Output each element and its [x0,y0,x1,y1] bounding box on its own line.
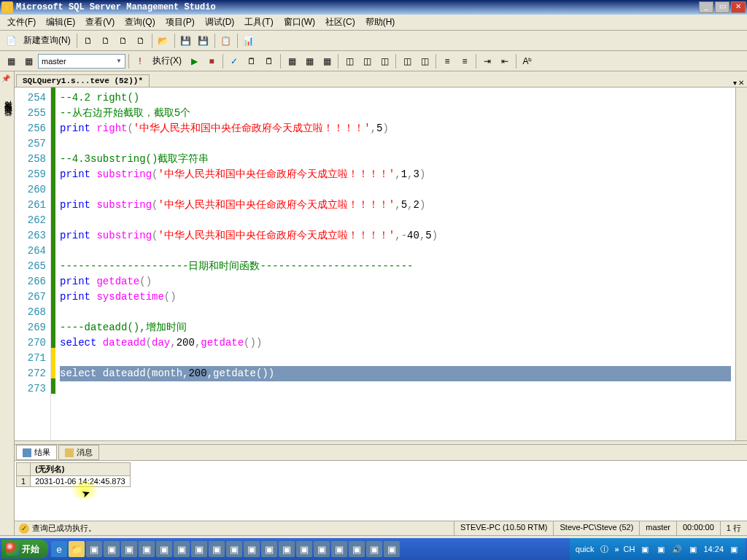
code-body[interactable]: --4.2 right()--从右边开始截取，截取5个print right('… [55,88,735,440]
execute-icon[interactable]: ! [132,53,148,69]
outdent-icon[interactable]: ⇤ [497,53,513,69]
menu-query[interactable]: 查询(Q) [120,15,159,30]
open-icon[interactable]: 📂 [155,33,171,49]
tb-icon[interactable]: Aᵇ [519,53,535,69]
code-editor[interactable]: 2542552562572582592602612622632642652662… [15,88,747,440]
start-button[interactable]: 开始 [1,540,48,559]
close-button[interactable]: ✕ [731,1,746,13]
sidebar-object-explorer[interactable]: 📌 对象资源管理器 [0,71,15,535]
minimize-button[interactable]: _ [699,1,713,13]
taskbar-app-icon[interactable]: ▣ [331,541,347,557]
execute-button[interactable]: 执行(X) [150,53,185,69]
tb-icon[interactable]: 🗋 [98,33,114,49]
menu-help[interactable]: 帮助(H) [361,15,400,30]
taskbar-app-icon[interactable]: ▣ [384,541,400,557]
tb-icon[interactable]: 🗋 [80,33,96,49]
taskbar-app-icon[interactable]: ▣ [366,541,382,557]
taskbar-app-icon[interactable]: ▣ [86,541,102,557]
taskbar-explorer-icon[interactable]: 📁 [69,541,85,557]
pin-icon[interactable]: 📌 [1,74,12,82]
taskbar-app-icon[interactable]: ▣ [349,541,365,557]
separator [237,34,238,48]
tb-icon[interactable]: 📋 [218,33,234,49]
taskbar-app-icon[interactable]: ▣ [121,541,137,557]
start-orb-icon [6,542,19,556]
new-query-icon[interactable]: 📄 [3,33,19,49]
debug-icon[interactable]: ▶ [186,53,202,69]
menu-file[interactable]: 文件(F) [3,15,40,30]
status-login: Steve-PC\Steve (52) [553,521,639,535]
parse-icon[interactable]: ✓ [226,53,242,69]
taskbar-ie-icon[interactable]: e [51,541,67,557]
tray-icon[interactable]: ▣ [728,543,740,555]
restore-button[interactable]: ▭ [715,1,729,13]
tray-ime[interactable]: CH [624,545,635,553]
taskbar-app-icon[interactable]: ▣ [104,541,120,557]
new-query-button[interactable]: 新建查询(N) [20,33,74,48]
database-combo-value: master [42,57,66,66]
taskbar-app-icon[interactable]: ▣ [314,541,330,557]
menu-community[interactable]: 社区(C) [321,15,360,30]
tb-icon[interactable]: 🗋 [133,33,149,49]
comment-icon[interactable]: ≡ [439,53,455,69]
row-header[interactable]: 1 [17,476,31,487]
menu-project[interactable]: 项目(P) [161,15,199,30]
tray-icon[interactable]: ▣ [655,543,667,555]
tray-icon[interactable]: ▣ [687,543,699,555]
tb-icon[interactable]: ◫ [376,53,392,69]
tray-arrow-icon[interactable]: » [614,545,619,553]
tray-icon[interactable]: Ⓘ [598,543,610,555]
tab-results[interactable]: 结果 [16,445,57,460]
indent-icon[interactable]: ⇥ [479,53,495,69]
tb-icon[interactable]: ◫ [341,53,357,69]
tb-icon[interactable]: ◫ [399,53,415,69]
tab-menu-icon[interactable]: ▾ [733,79,737,87]
menu-debug[interactable]: 调试(D) [201,15,239,30]
tab-messages[interactable]: 消息 [58,445,99,460]
vertical-scrollbar[interactable] [735,88,747,440]
taskbar-app-icon[interactable]: ▣ [156,541,172,557]
menu-tools[interactable]: 工具(T) [240,15,277,30]
tb-icon[interactable]: 🗒 [244,53,260,69]
result-cell[interactable]: 2031-01-06 14:24:45.873 [31,476,131,487]
tb-icon[interactable]: ◫ [417,53,433,69]
corner-cell[interactable] [17,463,31,476]
column-header[interactable]: (无列名) [31,463,131,476]
tray-quick[interactable]: quick [576,545,595,553]
taskbar-app-icon[interactable]: ▣ [191,541,207,557]
save-icon[interactable]: 💾 [178,33,194,49]
tray-clock[interactable]: 14:24 [703,545,724,553]
uncomment-icon[interactable]: ≡ [457,53,473,69]
taskbar-app-icon[interactable]: ▣ [139,541,155,557]
taskbar-app-icon[interactable]: ▣ [296,541,312,557]
results-grid[interactable]: (无列名) 12031-01-06 14:24:45.873 ➤ [15,461,747,521]
database-combo[interactable]: master ▼ [38,54,125,69]
tb-icon[interactable]: ▦ [301,53,317,69]
taskbar-app-icon[interactable]: ▣ [261,541,277,557]
menu-edit[interactable]: 编辑(E) [42,15,80,30]
tb-icon[interactable]: ◫ [359,53,375,69]
separator [516,54,516,69]
tab-bar: SQLQuery1.s...teve (52))* ▾ ✕ [15,71,747,88]
status-time: 00:00:00 [676,521,720,535]
tray-icon[interactable]: ▣ [639,543,651,555]
taskbar-app-icon[interactable]: ▣ [209,541,225,557]
activity-icon[interactable]: 📊 [241,33,257,49]
save-all-icon[interactable]: 💾 [196,33,212,49]
stop-icon[interactable]: ■ [204,53,220,69]
menu-view[interactable]: 查看(V) [81,15,119,30]
taskbar-app-icon[interactable]: ▣ [174,541,190,557]
tb-icon[interactable]: ▦ [284,53,300,69]
document-tab[interactable]: SQLQuery1.s...teve (52))* [16,74,150,87]
tb-icon[interactable]: ▦ [3,53,19,69]
taskbar-app-icon[interactable]: ▣ [244,541,260,557]
tab-close-icon[interactable]: ✕ [738,79,744,87]
tb-icon[interactable]: ▦ [20,53,36,69]
menu-window[interactable]: 窗口(W) [279,15,320,30]
taskbar-app-icon[interactable]: ▣ [226,541,242,557]
tray-icon[interactable]: 🔊 [671,543,683,555]
tb-icon[interactable]: 🗒 [261,53,277,69]
tb-icon[interactable]: 🗋 [115,33,131,49]
taskbar-app-icon[interactable]: ▣ [279,541,295,557]
tb-icon[interactable]: ▦ [319,53,335,69]
